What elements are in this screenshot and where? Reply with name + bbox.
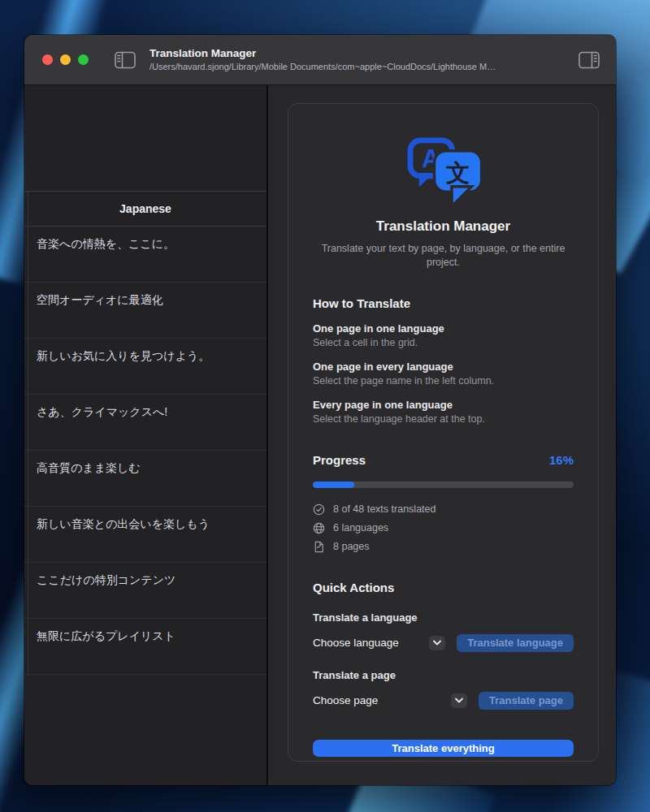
how-to-item-desc: Select the language header at the top. [313,413,574,425]
grid-cell[interactable]: 高音質のまま楽しむ [24,451,266,507]
translate-page-button[interactable]: Translate page [479,692,574,710]
how-to-item-title: Every page in one language [313,399,574,411]
quick-actions-section: Quick Actions Translate a language Choos… [313,581,574,757]
window-title: Translation Manager [150,47,496,61]
how-to-item: Every page in one language Select the la… [313,399,574,425]
progress-percent: 16% [549,453,574,467]
progress-bar [313,482,574,488]
window-title-group: Translation Manager /Users/havard.sjong/… [150,47,496,72]
inspector-panel: A 文 Translation Manager Translate your t… [268,85,616,785]
translate-language-label: Translate a language [313,611,574,624]
check-circle-icon [313,503,325,516]
window-subtitle-path: /Users/havard.sjong/Library/Mobile Docum… [150,61,496,72]
stat-languages: 6 languages [313,522,574,534]
minimize-button[interactable] [60,54,71,65]
progress-bar-fill [313,482,354,488]
svg-text:文: 文 [445,159,469,186]
how-to-item: One page in one language Select a cell i… [313,322,574,348]
page-dropdown-value[interactable]: Choose page [313,694,378,706]
grid-cell[interactable]: 新しいお気に入りを見つけよう。 [24,339,266,395]
stat-pages: 8 pages [313,541,574,553]
language-dropdown[interactable] [429,636,445,650]
grid-cell[interactable]: 無限に広がるプレイリスト [24,619,266,675]
grid-cell[interactable]: 空間オーディオに最適化 [24,283,266,339]
quick-actions-heading: Quick Actions [313,581,574,594]
translation-grid: Japanese 音楽への情熱を、ここに。 空間オーディオに最適化 新しいお気に… [24,191,266,676]
toggle-inspector-icon[interactable] [578,50,600,69]
language-column-header[interactable]: Japanese [24,191,266,227]
zoom-button[interactable] [78,54,89,65]
chevron-down-icon [455,698,463,703]
stat-label: 8 pages [333,541,369,552]
grid-cell[interactable]: ここだけの特別コンテンツ [24,563,266,619]
grid-cell[interactable]: さあ、クライマックスへ! [24,395,266,451]
progress-stats: 8 of 48 texts translated 6 languages [313,503,574,553]
traffic-lights [42,54,89,65]
translate-language-button[interactable]: Translate language [457,634,574,652]
pages-icon [313,541,325,553]
globe-icon [313,522,325,534]
stat-label: 6 languages [333,522,388,533]
progress-section: Progress 16% 8 of 48 texts translated [313,453,574,553]
page-subtitle: Translate your text by page, by language… [313,242,574,270]
title-bar[interactable]: Translation Manager /Users/havard.sjong/… [24,35,616,85]
app-window: Translation Manager /Users/havard.sjong/… [24,35,616,785]
translate-page-row: Choose page Translate page [313,692,574,710]
progress-heading: Progress [313,453,366,467]
stat-label: 8 of 48 texts translated [333,503,436,515]
how-to-item: One page in every language Select the pa… [313,361,574,387]
how-to-item-title: One page in one language [313,322,574,335]
grid-cell[interactable]: 音楽への情熱を、ここに。 [24,227,266,283]
page-dropdown[interactable] [451,693,467,708]
translate-page-label: Translate a page [313,669,574,681]
toggle-sidebar-icon[interactable] [114,50,136,69]
page-title: Translation Manager [313,218,574,235]
translate-icon: A 文 [405,136,482,205]
translate-language-row: Choose language Translate language [313,634,574,652]
translate-everything-button[interactable]: Translate everything [313,740,574,757]
grid-cell[interactable]: 新しい音楽との出会いを楽しもう [24,507,266,563]
translation-manager-card: A 文 Translation Manager Translate your t… [288,103,599,762]
stat-texts-translated: 8 of 48 texts translated [313,503,574,516]
how-to-item-desc: Select a cell in the grid. [313,337,574,348]
window-content: Japanese 音楽への情熱を、ここに。 空間オーディオに最適化 新しいお気に… [24,85,616,785]
how-to-section: How to Translate One page in one languag… [313,296,574,425]
close-button[interactable] [42,54,53,65]
chevron-down-icon [433,640,441,646]
translation-grid-panel: Japanese 音楽への情熱を、ここに。 空間オーディオに最適化 新しいお気に… [24,85,268,785]
how-to-item-title: One page in every language [313,361,574,373]
how-to-heading: How to Translate [313,296,574,310]
language-dropdown-value[interactable]: Choose language [313,637,399,649]
how-to-item-desc: Select the page name in the left column. [313,375,574,387]
